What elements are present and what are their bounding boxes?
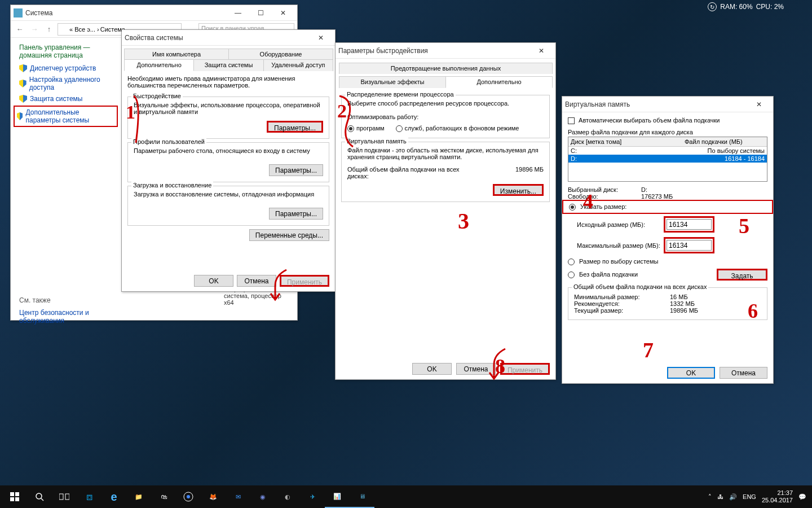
app-icon[interactable]: 🖥	[350, 485, 374, 508]
cancel-button[interactable]: Отмена	[237, 275, 276, 287]
sidebar-item-protection[interactable]: Защита системы	[14, 93, 118, 104]
nav-fwd-icon[interactable]: →	[28, 23, 41, 36]
store-icon[interactable]: 🛍	[151, 485, 176, 508]
radio-label: программ	[356, 125, 385, 132]
max-button[interactable]: ☐	[249, 6, 272, 20]
rec-value: 1332 МБ	[670, 300, 695, 307]
radio-services[interactable]: служб, работающих в фоновом режиме	[396, 125, 519, 132]
ok-button[interactable]: OK	[194, 275, 233, 287]
performance-group: Быстродействие Визуальные эффекты, испол…	[127, 97, 329, 139]
tab-hardware[interactable]: Оборудование	[228, 49, 333, 60]
max-size-input[interactable]	[667, 240, 712, 251]
titlebar[interactable]: Параметры быстродействия ✕	[336, 43, 555, 59]
apply-button[interactable]: Применить	[500, 363, 550, 375]
initial-size-input[interactable]	[667, 219, 712, 230]
taskmgr-icon[interactable]: 📊	[325, 485, 350, 508]
chrome-icon[interactable]	[176, 485, 201, 508]
breadcrumb-prefix: « Все э... ›	[69, 26, 99, 33]
tray-notification-icon[interactable]: 💬	[798, 493, 806, 501]
apply-button[interactable]: Применить	[280, 275, 329, 287]
thunderbird-icon[interactable]: ✉	[226, 485, 250, 508]
cpu-label: CPU: 2%	[756, 3, 784, 11]
profiles-settings-button[interactable]: Параметры...	[269, 164, 323, 176]
tray-clock[interactable]: 21:37 25.04.2017	[762, 489, 793, 504]
auto-manage-row[interactable]: Автоматически выбирать объем файла подка…	[562, 112, 773, 129]
cancel-button[interactable]: Отмена	[720, 367, 767, 379]
tray-date: 25.04.2017	[762, 497, 793, 504]
selected-drive-label: Выбранный диск:	[568, 186, 641, 193]
window-title: Свойства системы	[125, 34, 310, 42]
performance-desc: Визуальные эффекты, использование процес…	[134, 102, 323, 115]
taskbar[interactable]: ⧈ e 📁 🛍 🦊 ✉ ◉ ◐ ✈ 📊 🖥 ˄ 🖧 🔊 ENG 21:37 25…	[0, 485, 812, 508]
admin-note: Необходимо иметь права администратора дл…	[122, 71, 335, 93]
sidebar-item-remote[interactable]: Настройка удаленного доступа	[14, 74, 118, 93]
start-button[interactable]	[2, 485, 27, 508]
edge-icon[interactable]: e	[102, 485, 126, 508]
see-also-link[interactable]: Центр безопасности и обслуживания	[19, 309, 118, 325]
drive-row-d[interactable]: D: 16184 - 16184	[568, 155, 767, 163]
tab-visual-effects[interactable]: Визуальные эффекты	[339, 76, 446, 88]
telegram-icon[interactable]: ✈	[300, 485, 325, 508]
tray-volume-icon[interactable]: 🔊	[729, 493, 737, 501]
tray-network-icon[interactable]: 🖧	[717, 493, 723, 500]
virtual-memory-group: Виртуальная память Файл подкачки - это о…	[341, 142, 550, 202]
tab-row-bottom: Визуальные эффекты Дополнительно	[339, 76, 552, 88]
tab-advanced[interactable]: Дополнительно	[124, 59, 194, 71]
nav-up-icon[interactable]: ↑	[43, 23, 55, 36]
nav-back-icon[interactable]: ←	[14, 23, 26, 36]
vm-change-button[interactable]: Изменить...	[493, 184, 544, 196]
close-button[interactable]: ✕	[748, 97, 770, 112]
cur-label: Текущий размер:	[574, 307, 670, 314]
radio-no-paging[interactable]: Без файла подкачки	[568, 271, 717, 278]
vm-total-value: 19896 МБ	[515, 166, 544, 179]
min-button[interactable]: —	[227, 6, 249, 20]
sched-desc: Выберите способ распределения ресурсов п…	[347, 100, 544, 107]
group-title: Профили пользователей	[131, 138, 206, 145]
drive-pagefile: По выбору системы	[680, 147, 765, 154]
sidebar-item-device-manager[interactable]: Диспетчер устройств	[14, 63, 118, 74]
startup-settings-button[interactable]: Параметры...	[269, 208, 323, 220]
cancel-button[interactable]: Отмена	[456, 363, 496, 375]
checkbox-icon[interactable]	[568, 117, 575, 124]
drive-list[interactable]: Диск [метка тома]Файл подкачки (МБ) C: П…	[568, 137, 767, 182]
tray-chevron-up-icon[interactable]: ˄	[708, 493, 712, 501]
svg-rect-0	[10, 492, 14, 496]
dropbox-icon[interactable]: ⧈	[77, 485, 102, 508]
steam-icon[interactable]: ◐	[275, 485, 300, 508]
drive-row-c[interactable]: C: По выбору системы	[568, 147, 767, 155]
tab-remote[interactable]: Удаленный доступ	[263, 59, 333, 71]
ok-button[interactable]: OK	[667, 367, 715, 379]
performance-settings-button[interactable]: Параметры...	[267, 121, 323, 133]
discord-icon[interactable]: ◉	[250, 485, 275, 508]
close-button[interactable]: ✕	[530, 43, 553, 58]
system-icon	[14, 8, 23, 17]
sidebar-item-advanced[interactable]: Дополнительные параметры системы	[14, 106, 118, 127]
close-button[interactable]: ✕	[272, 6, 294, 20]
taskview-icon[interactable]	[52, 485, 77, 508]
explorer-icon[interactable]: 📁	[126, 485, 151, 508]
tab-advanced[interactable]: Дополнительно	[445, 76, 553, 88]
search-icon[interactable]	[27, 485, 52, 508]
env-vars-button[interactable]: Переменные среды...	[249, 229, 329, 241]
tab-protection[interactable]: Защита системы	[193, 59, 263, 71]
tray-lang[interactable]: ENG	[743, 493, 756, 500]
radio-custom-size[interactable]: Указать размер:	[562, 200, 773, 214]
tab-computer-name[interactable]: Имя компьютера	[124, 49, 229, 60]
svg-rect-1	[15, 492, 19, 496]
tab-dep[interactable]: Предотвращение выполнения данных	[339, 63, 553, 74]
titlebar[interactable]: Система — ☐ ✕	[11, 5, 297, 21]
ok-button[interactable]: OK	[412, 363, 452, 375]
set-button[interactable]: Задать	[717, 269, 767, 281]
firefox-icon[interactable]: 🦊	[201, 485, 226, 508]
svg-rect-7	[65, 494, 69, 500]
titlebar[interactable]: Виртуальная память ✕	[562, 97, 773, 112]
radio-programs[interactable]: программ	[347, 125, 385, 132]
close-button[interactable]: ✕	[310, 30, 332, 45]
processor-scheduling-group: Распределение времени процессора Выберит…	[341, 95, 550, 138]
dialog-buttons: OK Отмена Применить	[194, 275, 329, 287]
breadcrumb-icon	[60, 25, 68, 33]
titlebar[interactable]: Свойства системы ✕	[122, 30, 335, 46]
system-properties-dialog: Свойства системы ✕ Имя компьютера Оборуд…	[121, 29, 336, 292]
performance-options-dialog: Параметры быстродействия ✕ Предотвращени…	[335, 42, 556, 380]
radio-system-managed[interactable]: Размер по выбору системы	[562, 256, 773, 268]
